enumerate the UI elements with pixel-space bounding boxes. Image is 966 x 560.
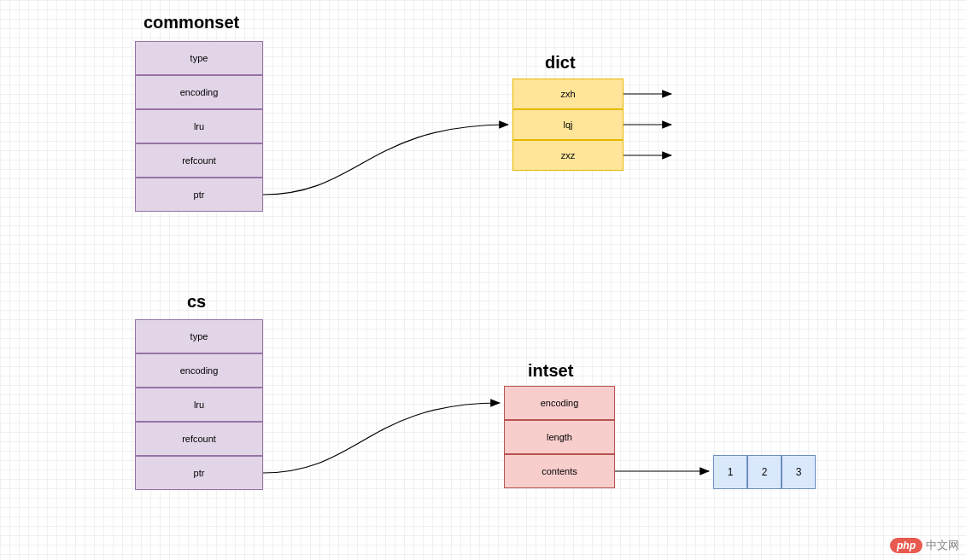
commonset-row-ptr: ptr bbox=[135, 178, 263, 212]
commonset-title: commonset bbox=[143, 13, 239, 32]
dict-row-zxz: zxz bbox=[512, 140, 624, 171]
cs-row-type: type bbox=[135, 319, 263, 353]
cs-row-ptr: ptr bbox=[135, 456, 263, 490]
commonset-row-lru: lru bbox=[135, 109, 263, 143]
watermark-logo: php bbox=[890, 538, 922, 553]
intset-row-encoding: encoding bbox=[504, 386, 615, 420]
intset-title: intset bbox=[528, 361, 573, 381]
intset-row-length: length bbox=[504, 420, 615, 454]
watermark-text: 中文网 bbox=[926, 538, 959, 553]
commonset-row-encoding: encoding bbox=[135, 75, 263, 109]
cs-row-refcount: refcount bbox=[135, 422, 263, 456]
cs-row-lru: lru bbox=[135, 388, 263, 422]
cs-title: cs bbox=[187, 292, 206, 312]
commonset-row-refcount: refcount bbox=[135, 143, 263, 178]
dict-title: dict bbox=[545, 53, 576, 73]
commonset-row-type: type bbox=[135, 41, 263, 75]
array-cell-2: 2 bbox=[747, 455, 782, 489]
cs-row-encoding: encoding bbox=[135, 353, 263, 388]
watermark: php 中文网 bbox=[890, 538, 959, 553]
array-cell-1: 1 bbox=[713, 455, 747, 489]
dict-row-zxh: zxh bbox=[512, 79, 624, 109]
intset-row-contents: contents bbox=[504, 454, 615, 488]
dict-row-lqj: lqj bbox=[512, 109, 624, 140]
array-cell-3: 3 bbox=[782, 455, 816, 489]
